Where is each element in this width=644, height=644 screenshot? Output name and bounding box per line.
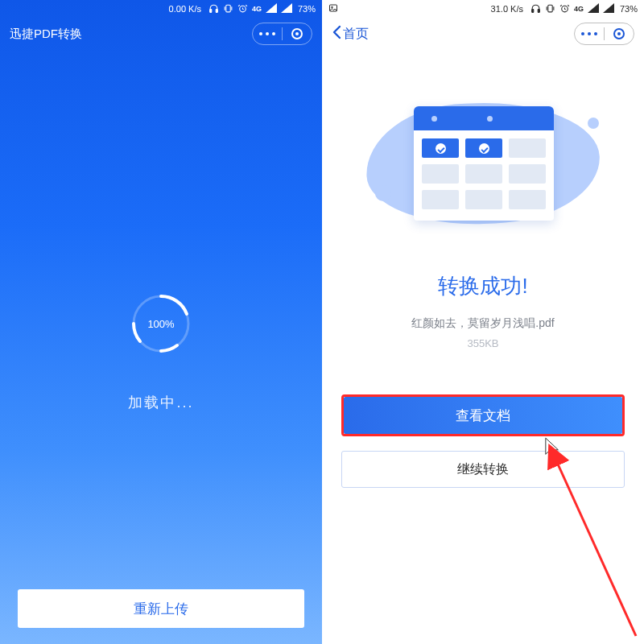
highlight-frame: 查看文档 (341, 394, 625, 436)
view-document-button[interactable]: 查看文档 (344, 397, 622, 434)
reupload-label: 重新上传 (134, 600, 188, 618)
loading-text: 加载中... (128, 393, 193, 412)
success-title: 转换成功! (322, 272, 644, 300)
continue-convert-button[interactable]: 继续转换 (341, 451, 625, 488)
image-icon (328, 3, 338, 14)
signal-icon-2 (603, 3, 614, 14)
alarm-icon (237, 3, 248, 15)
capsule-menu-button[interactable] (253, 23, 282, 44)
loading-spinner: 100% (129, 291, 193, 356)
cursor-icon (544, 436, 562, 460)
svg-rect-7 (532, 9, 534, 12)
svg-rect-9 (548, 5, 552, 12)
svg-rect-0 (210, 9, 212, 12)
net-speed: 31.0 K/s (491, 4, 523, 14)
network-4g-icon: 4G (252, 5, 262, 13)
target-icon (291, 28, 303, 39)
ellipsis-icon (259, 32, 275, 35)
continue-convert-label: 继续转换 (457, 461, 509, 478)
file-name: 红颜如去，莫留岁月浅唱.pdf (322, 316, 644, 331)
svg-rect-1 (216, 9, 217, 12)
check-icon (465, 138, 502, 158)
signal-icon (266, 3, 277, 14)
headphones-icon (530, 3, 541, 15)
svg-rect-2 (226, 5, 230, 12)
signal-icon-2 (281, 3, 292, 14)
battery-percent: 73% (620, 4, 638, 14)
success-illustration (362, 89, 604, 242)
battery-percent: 73% (298, 4, 316, 14)
browser-illustration (414, 106, 554, 221)
net-speed: 0.00 K/s (169, 4, 201, 14)
screen-success: 31.0 K/s 4G 73% 首页 (322, 0, 644, 644)
vibrate-icon (545, 3, 555, 15)
nav-bar: 首页 (322, 18, 644, 50)
view-document-label: 查看文档 (456, 407, 510, 425)
svg-point-6 (332, 6, 333, 8)
back-button[interactable] (332, 25, 341, 43)
capsule-close-button[interactable] (605, 23, 634, 44)
capsule-close-button[interactable] (283, 23, 312, 44)
spinner-ring-icon (129, 291, 193, 356)
back-label[interactable]: 首页 (343, 26, 369, 43)
signal-icon (588, 3, 599, 14)
target-icon (613, 28, 625, 39)
miniprogram-capsule (574, 23, 634, 45)
alarm-icon (559, 3, 570, 15)
file-size: 355KB (322, 337, 644, 349)
miniprogram-capsule (252, 23, 312, 45)
chevron-left-icon (332, 25, 341, 39)
check-icon (422, 138, 459, 158)
screen-loading: 0.00 K/s 4G 73% 迅捷PDF转换 (0, 0, 322, 644)
reupload-button[interactable]: 重新上传 (18, 589, 304, 628)
status-bar: 31.0 K/s 4G 73% (322, 0, 644, 18)
nav-bar: 迅捷PDF转换 (0, 18, 322, 50)
headphones-icon (208, 3, 219, 15)
ellipsis-icon (581, 32, 597, 35)
network-4g-icon: 4G (574, 5, 584, 13)
svg-rect-8 (538, 9, 539, 12)
app-title: 迅捷PDF转换 (10, 27, 82, 42)
vibrate-icon (223, 3, 233, 15)
status-bar: 0.00 K/s 4G 73% (0, 0, 322, 18)
capsule-menu-button[interactable] (575, 23, 604, 44)
